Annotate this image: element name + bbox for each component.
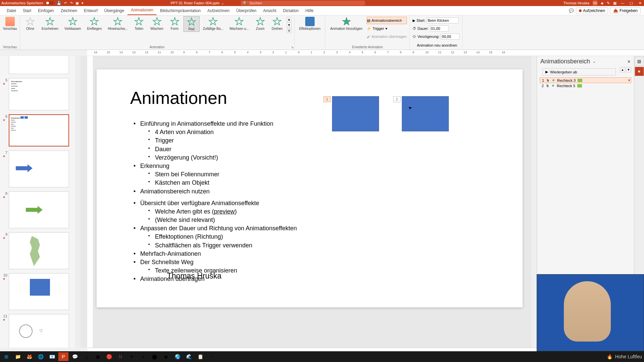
anim-teilen[interactable]: Teilen (131, 16, 147, 31)
start-button[interactable]: ⊞ (1, 352, 11, 361)
more-icon[interactable]: ▾ (82, 1, 84, 5)
tab-entwurf[interactable]: Entwurf (80, 7, 101, 15)
tab-aufzeichnen[interactable]: Aufzeichnen (204, 7, 233, 15)
user-avatar[interactable]: TH (593, 1, 597, 5)
tab-dictation[interactable]: Dictation (280, 7, 302, 15)
edge-icon[interactable]: 🌊 (184, 352, 194, 361)
tab-uebergaenge[interactable]: Übergänge (101, 7, 127, 15)
trigger-button[interactable]: ⚡Trigger▾ (367, 25, 407, 32)
anim-verblassen[interactable]: Verblassen (62, 16, 84, 31)
app6-icon[interactable]: 🌏 (172, 352, 182, 361)
anim-rad[interactable]: Rad (183, 16, 200, 32)
anim-zufällige ba...[interactable]: Zufällige Ba... (200, 16, 226, 31)
slide-canvas[interactable]: Animationen 1 2 Einführung in Animations… (97, 69, 523, 307)
filename-chevron-icon[interactable]: ⌄ (221, 1, 224, 5)
rectangle-3[interactable] (332, 96, 379, 131)
app-icon[interactable]: 💬 (70, 352, 80, 361)
slide-editor[interactable]: Animationen 1 2 Einführung in Animations… (80, 56, 537, 348)
slide-title[interactable]: Animationen (130, 88, 227, 108)
thumb-slide-10[interactable] (9, 273, 69, 310)
explorer-icon[interactable]: 📁 (13, 352, 23, 361)
animation-tag-1[interactable]: 1 (323, 96, 331, 102)
weather-text[interactable]: Hohe Luftfeu (615, 354, 642, 359)
chevron-down-icon[interactable]: ⌄ (593, 59, 596, 64)
chevron-down-icon[interactable]: ▾ (628, 78, 630, 82)
maximize-button[interactable]: ▢ (629, 1, 634, 5)
pane-close-icon[interactable]: ✕ (627, 59, 631, 64)
delay-input[interactable] (441, 34, 460, 40)
onenote-icon[interactable]: N (115, 352, 125, 361)
search-box[interactable]: 🔍 Suchen (241, 1, 365, 5)
tab-datei[interactable]: Datei (3, 7, 19, 15)
comments-icon[interactable]: 💬 (569, 8, 574, 13)
record-button[interactable]: Aufzeichnen (576, 7, 608, 14)
thumb-slide-9[interactable] (9, 232, 69, 269)
app8-icon[interactable]: ▫ (207, 352, 217, 361)
minimize-button[interactable]: — (620, 1, 625, 5)
app7-icon[interactable]: 📋 (195, 352, 205, 361)
anim-form[interactable]: Form (167, 16, 183, 31)
user-name[interactable]: Thomas Hruska (563, 1, 589, 5)
gallery-down-icon[interactable]: ▾ (287, 22, 291, 27)
tab-ansicht[interactable]: Ansicht (260, 7, 279, 15)
grid-icon[interactable]: ▦ (613, 1, 616, 5)
redo-icon[interactable]: ↷ (70, 1, 73, 5)
gallery-up-icon[interactable]: ▴ (287, 17, 291, 22)
thumb-slide-8[interactable] (9, 191, 69, 228)
sidepanel-tab-2[interactable]: ★ (635, 67, 644, 76)
slide-author[interactable]: Thomas Hruska (167, 272, 221, 281)
diamond-icon[interactable]: ◈ (601, 1, 603, 5)
thumb-slide-11[interactable]: ♡ (9, 314, 69, 348)
slide-body[interactable]: Einführung in Animationseffekte und ihre… (133, 120, 297, 284)
anim-einfliegen[interactable]: Einfliegen (85, 16, 105, 31)
thumb-slide-4[interactable] (9, 56, 69, 74)
app3-icon[interactable]: 🔴 (104, 352, 114, 361)
weather-icon[interactable]: 🔥 (607, 354, 612, 359)
play-from-button[interactable]: ▶Wiedergeben ab (542, 68, 616, 75)
share-button[interactable]: 📤Freigeben (610, 7, 641, 14)
editor-scrollbar[interactable] (531, 56, 537, 348)
close-button[interactable]: ✕ (637, 1, 643, 5)
undo-icon[interactable]: ↶ (64, 1, 67, 5)
anim-wachsen u...[interactable]: Wachsen u... (227, 16, 252, 31)
anim-ohne[interactable]: Ohne (22, 16, 38, 31)
save-icon[interactable]: 💾 (57, 1, 61, 5)
tab-animationen[interactable]: Animationen (127, 6, 157, 15)
thumb-slide-6[interactable]: Animationen ━━━━━━━━━━━━━━━━━━━━━━━━━ (9, 114, 69, 146)
add-animation-button[interactable]: Animation hinzufügen (327, 16, 365, 31)
vlc-icon[interactable]: △ (81, 352, 91, 361)
thumb-slide-7[interactable] (9, 150, 69, 187)
animation-pane-button[interactable]: ▤Animationsbereich (367, 17, 407, 24)
chrome-icon[interactable]: 🌐 (36, 352, 46, 361)
tab-hilfe[interactable]: Hilfe (302, 7, 317, 15)
thumb-slide-5[interactable]: Animationen━━━━━━━━━━━━━━━━━ (9, 78, 69, 110)
pen-icon[interactable]: ✎ (607, 1, 610, 5)
anim-drehen[interactable]: Drehen (269, 16, 285, 31)
thumbnail-scrollbar[interactable] (75, 56, 80, 348)
telegram-icon[interactable]: ✈ (127, 352, 137, 361)
start-dropdown[interactable] (427, 17, 459, 23)
anim-zoom[interactable]: Zoom (252, 16, 268, 31)
powerpoint-icon[interactable]: P (58, 352, 68, 361)
present-icon[interactable]: ▣ (75, 1, 79, 5)
anim-item-1[interactable]: 2🖱★Rechteck 5 (540, 83, 631, 88)
tab-bildschirm[interactable]: Bildschirmpräsentation (157, 7, 204, 15)
move-down-icon[interactable]: ▼ (626, 67, 631, 72)
tab-ueberpruefen[interactable]: Überprüfen (233, 7, 260, 15)
sidepanel-tab-1[interactable]: ▤ (635, 57, 644, 66)
app2-icon[interactable]: ▣ (93, 352, 103, 361)
preview-button[interactable]: Vorschau (0, 16, 20, 31)
tab-einfuegen[interactable]: Einfügen (35, 7, 57, 15)
outlook-icon[interactable]: 📧 (47, 352, 57, 361)
obs-icon[interactable]: ⬤ (150, 352, 160, 361)
group-launcher-icon[interactable]: ↘ (291, 45, 293, 49)
rectangle-5[interactable] (402, 96, 449, 131)
gallery-more-icon[interactable]: ≡ (287, 28, 291, 33)
autosave-toggle[interactable] (46, 1, 54, 5)
app5-icon[interactable]: ◉ (161, 352, 171, 361)
anim-wischen[interactable]: Wischen (148, 16, 166, 31)
app4-icon[interactable]: ▪ (138, 352, 148, 361)
tab-zeichnen[interactable]: Zeichnen (57, 7, 80, 15)
anim-erscheinen[interactable]: Erscheinen (39, 16, 61, 31)
animation-tag-2[interactable]: 2 (393, 96, 400, 102)
